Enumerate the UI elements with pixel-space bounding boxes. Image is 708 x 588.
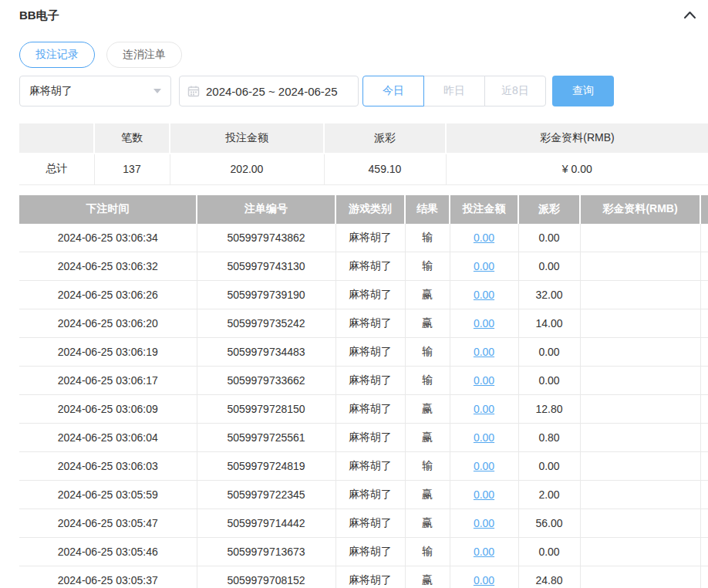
cell-bonus: [580, 452, 700, 481]
cell-bonus: [580, 252, 700, 281]
summary-header-count: 笔数: [94, 123, 170, 154]
cell-bet_amount: 0.00: [450, 538, 518, 566]
cell-order_no: 5059979743130: [197, 252, 335, 281]
bet-amount-link[interactable]: 0.00: [474, 431, 494, 444]
query-button[interactable]: 查询: [552, 76, 614, 106]
bet-amount-link[interactable]: 0.00: [474, 574, 494, 586]
table-row: 2024-06-25 03:06:195059979734483麻将胡了输0.0…: [19, 338, 708, 367]
cell-bonus: [580, 424, 700, 452]
chevron-down-icon: [153, 89, 161, 93]
cell-bonus: [580, 509, 700, 538]
summary-header-bet-amount: 投注金额: [170, 123, 324, 154]
cell-time: 2024-06-25 03:05:59: [19, 481, 197, 509]
cell-order_no: 5059979713673: [197, 538, 335, 566]
cell-payout: 24.80: [518, 566, 580, 588]
bet-amount-link[interactable]: 0.00: [474, 460, 494, 472]
cell-result: 赢: [405, 395, 450, 424]
bet-amount-link[interactable]: 0.00: [474, 317, 494, 329]
cell-overflow: [700, 424, 708, 452]
tab-bet-records[interactable]: 投注记录: [19, 42, 95, 68]
cell-bet_amount: 0.00: [450, 309, 518, 338]
cell-game: 麻将胡了: [335, 395, 405, 424]
table-header-row: 下注时间 注单编号 游戏类别 结果 投注金额 派彩 彩金资料(RMB): [19, 195, 708, 224]
header-result: 结果: [405, 195, 450, 224]
summary-total-label: 总计: [19, 154, 94, 184]
tab-cancelled-orders[interactable]: 连消注单: [106, 42, 182, 68]
cell-game: 麻将胡了: [335, 281, 405, 309]
header-bet-amount: 投注金额: [450, 195, 518, 224]
summary-total-bonus: ¥ 0.00: [446, 154, 708, 184]
cell-bet_amount: 0.00: [450, 452, 518, 481]
cell-overflow: [700, 481, 708, 509]
cell-bet_amount: 0.00: [450, 224, 518, 252]
cell-payout: 0.00: [518, 538, 580, 566]
game-select-value: 麻将胡了: [29, 84, 72, 98]
cell-bet_amount: 0.00: [450, 338, 518, 367]
cell-overflow: [700, 452, 708, 481]
cell-order_no: 5059979735242: [197, 309, 335, 338]
bet-amount-link[interactable]: 0.00: [474, 231, 494, 244]
table-row: 2024-06-25 03:05:475059979714442麻将胡了赢0.0…: [19, 509, 708, 538]
bet-amount-link[interactable]: 0.00: [474, 488, 494, 501]
cell-payout: 0.00: [518, 338, 580, 367]
quick-range-group: 今日 昨日 近8日: [362, 76, 546, 106]
cell-bonus: [580, 338, 700, 367]
cell-game: 麻将胡了: [335, 224, 405, 252]
cell-order_no: 5059979743862: [197, 224, 335, 252]
cell-result: 赢: [405, 566, 450, 588]
cell-bonus: [580, 395, 700, 424]
range-yesterday-button[interactable]: 昨日: [423, 76, 485, 106]
bet-amount-link[interactable]: 0.00: [474, 403, 494, 415]
cell-order_no: 5059979734483: [197, 338, 335, 367]
range-last8days-button[interactable]: 近8日: [484, 76, 546, 106]
cell-time: 2024-06-25 03:05:47: [19, 509, 197, 538]
date-range-input[interactable]: 2024-06-25 ~ 2024-06-25: [179, 76, 359, 106]
cell-payout: 56.00: [518, 509, 580, 538]
header-overflow: [700, 195, 708, 224]
bet-amount-link[interactable]: 0.00: [474, 374, 494, 387]
table-row: 2024-06-25 03:05:375059979708152麻将胡了赢0.0…: [19, 566, 708, 588]
cell-result: 输: [405, 367, 450, 395]
cell-bonus: [580, 367, 700, 395]
cell-overflow: [700, 224, 708, 252]
summary-total-bet-amount: 202.00: [170, 154, 324, 184]
bet-amount-link[interactable]: 0.00: [474, 289, 494, 301]
table-row: 2024-06-25 03:06:095059979728150麻将胡了赢0.0…: [19, 395, 708, 424]
header-order-number: 注单编号: [197, 195, 335, 224]
cell-bet_amount: 0.00: [450, 424, 518, 452]
bet-amount-link[interactable]: 0.00: [474, 517, 494, 529]
bet-records-table: 下注时间 注单编号 游戏类别 结果 投注金额 派彩 彩金资料(RMB) 2024…: [19, 195, 708, 588]
cell-overflow: [700, 395, 708, 424]
cell-result: 输: [405, 224, 450, 252]
cell-result: 输: [405, 252, 450, 281]
cell-overflow: [700, 538, 708, 566]
cell-time: 2024-06-25 03:06:09: [19, 395, 197, 424]
cell-bonus: [580, 309, 700, 338]
bet-record-panel: BB电子 投注记录 连消注单 麻将胡了 2024-06-25 ~ 2024-06…: [0, 0, 708, 588]
bet-amount-link[interactable]: 0.00: [474, 546, 494, 558]
cell-result: 输: [405, 538, 450, 566]
summary-total-payout: 459.10: [324, 154, 446, 184]
summary-header-bonus: 彩金资料(RMB): [446, 123, 708, 154]
collapse-panel-button[interactable]: [681, 8, 699, 23]
cell-order_no: 5059979725561: [197, 424, 335, 452]
table-row: 2024-06-25 03:06:205059979735242麻将胡了赢0.0…: [19, 309, 708, 338]
cell-bonus: [580, 481, 700, 509]
bet-amount-link[interactable]: 0.00: [474, 346, 494, 358]
cell-order_no: 5059979722345: [197, 481, 335, 509]
cell-bet_amount: 0.00: [450, 252, 518, 281]
cell-game: 麻将胡了: [335, 367, 405, 395]
calendar-icon: [187, 85, 200, 97]
game-select[interactable]: 麻将胡了: [19, 76, 171, 106]
summary-header-payout: 派彩: [324, 123, 446, 154]
cell-time: 2024-06-25 03:06:19: [19, 338, 197, 367]
tab-label: 投注记录: [35, 48, 79, 62]
bet-amount-link[interactable]: 0.00: [474, 260, 494, 272]
cell-game: 麻将胡了: [335, 309, 405, 338]
range-today-button[interactable]: 今日: [362, 76, 424, 106]
cell-game: 麻将胡了: [335, 252, 405, 281]
cell-payout: 0.80: [518, 424, 580, 452]
cell-bonus: [580, 566, 700, 588]
tab-label: 连消注单: [123, 48, 166, 62]
cell-order_no: 5059979708152: [197, 566, 335, 588]
